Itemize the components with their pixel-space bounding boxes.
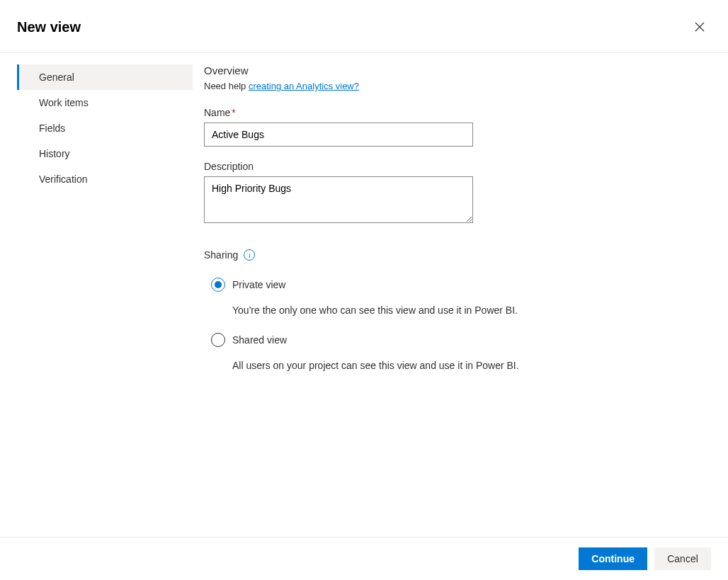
description-field-block: Description High Priority Bugs xyxy=(204,161,711,225)
dialog-body: General Work items Fields History Verifi… xyxy=(0,53,728,536)
sidebar-item-fields[interactable]: Fields xyxy=(17,115,193,141)
radio-shared-label[interactable]: Shared view xyxy=(232,334,287,346)
continue-button[interactable]: Continue xyxy=(579,547,647,570)
content-pane: Overview Need help creating an Analytics… xyxy=(193,64,711,536)
info-icon[interactable]: i xyxy=(244,249,255,261)
radio-shared-desc: All users on your project can see this v… xyxy=(232,360,711,371)
dialog-footer: Continue Cancel xyxy=(0,537,728,580)
close-icon xyxy=(695,22,705,32)
sharing-label: Sharing xyxy=(204,249,238,261)
help-link[interactable]: creating an Analytics view? xyxy=(249,81,359,91)
help-prefix: Need help xyxy=(204,81,249,91)
required-asterisk: * xyxy=(232,107,235,118)
radio-option-private: Private view You're the only one who can… xyxy=(204,278,711,316)
radio-private-desc: You're the only one who can see this vie… xyxy=(232,305,711,316)
description-input[interactable]: High Priority Bugs xyxy=(204,176,473,223)
radio-shared[interactable] xyxy=(211,333,225,347)
radio-row-private[interactable]: Private view xyxy=(211,278,711,292)
cancel-button[interactable]: Cancel xyxy=(654,547,711,570)
sidebar-item-history[interactable]: History xyxy=(17,141,193,166)
name-field-block: Name* xyxy=(204,107,711,147)
sharing-header: Sharing i xyxy=(204,249,711,261)
description-label: Description xyxy=(204,161,711,172)
dialog-title: New view xyxy=(17,19,81,35)
radio-private-label[interactable]: Private view xyxy=(232,279,285,290)
radio-option-shared: Shared view All users on your project ca… xyxy=(204,333,711,371)
radio-row-shared[interactable]: Shared view xyxy=(211,333,711,347)
sidebar-item-general[interactable]: General xyxy=(17,64,193,90)
close-button[interactable] xyxy=(688,16,711,38)
name-label: Name* xyxy=(204,107,711,118)
dialog-header: New view xyxy=(0,0,728,53)
radio-private[interactable] xyxy=(211,278,225,292)
name-input[interactable] xyxy=(204,123,473,147)
sidebar-item-work-items[interactable]: Work items xyxy=(17,90,193,115)
help-line: Need help creating an Analytics view? xyxy=(204,81,711,91)
sidebar: General Work items Fields History Verifi… xyxy=(17,64,193,536)
sidebar-item-verification[interactable]: Verification xyxy=(17,166,193,192)
overview-heading: Overview xyxy=(204,64,711,76)
